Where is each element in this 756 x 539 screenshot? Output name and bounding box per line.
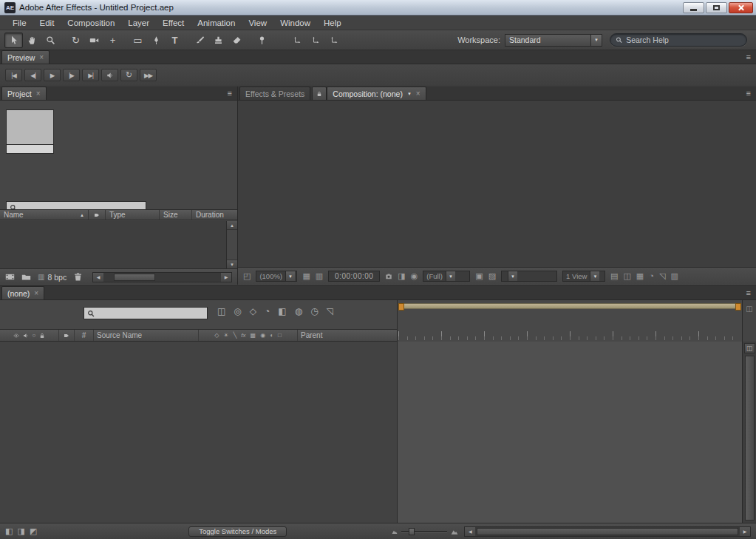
menu-help[interactable]: Help	[317, 18, 348, 27]
menu-window[interactable]: Window	[273, 18, 317, 27]
expand-transfer-controls-icon[interactable]: ◨	[17, 526, 24, 536]
track-area[interactable]	[397, 342, 742, 523]
workspace-dropdown[interactable]: Standard ▼	[505, 34, 602, 47]
zoom-tool-button[interactable]	[41, 33, 60, 48]
brush-tool-button[interactable]	[191, 33, 209, 48]
column-name[interactable]: Name ▲	[0, 210, 89, 220]
frame-blend-switch-icon[interactable]: ▦	[251, 332, 256, 339]
scrollbar-thumb[interactable]	[114, 274, 155, 281]
fast-previews-icon[interactable]: ◫	[623, 272, 630, 280]
scrollbar-track[interactable]	[103, 273, 221, 282]
magnification-dropdown[interactable]: (100%) ▼	[256, 271, 297, 282]
camera-tool-button[interactable]	[85, 33, 103, 48]
menu-edit[interactable]: Edit	[33, 18, 61, 27]
tab-project[interactable]: Project ×	[1, 87, 47, 100]
transparency-grid-icon[interactable]: ▨	[488, 272, 496, 280]
local-axis-mode-button[interactable]	[287, 33, 306, 48]
type-tool-button[interactable]: T	[166, 33, 184, 48]
view-layout-dropdown[interactable]: 1 View ▼	[562, 271, 605, 282]
column-type[interactable]: Type	[106, 210, 160, 220]
work-area-bar[interactable]	[398, 303, 741, 309]
selection-tool-button[interactable]	[4, 33, 23, 48]
auto-keyframe-icon[interactable]: ◷	[310, 306, 318, 316]
scroll-right-icon[interactable]: ▶	[740, 527, 750, 536]
resolution-dropdown-button[interactable]: ▼	[446, 271, 455, 281]
comp-flowchart-icon[interactable]: ◔	[649, 272, 654, 280]
effects-switch-icon[interactable]: fx	[241, 332, 245, 339]
minimize-button[interactable]	[683, 2, 704, 13]
expand-panel-icon[interactable]: ◰	[243, 272, 251, 280]
project-bit-depth-button[interactable]: ▥ 8 bpc	[38, 273, 67, 282]
expand-in-out-icon[interactable]: ◩	[30, 526, 37, 536]
scroll-up-icon[interactable]: ▲	[227, 221, 237, 230]
shy-switch-icon[interactable]: ◇	[214, 332, 219, 339]
delete-item-button[interactable]	[73, 272, 83, 282]
close-tab-icon[interactable]: ×	[36, 90, 41, 98]
help-search-box[interactable]	[610, 33, 747, 47]
show-channel-icon[interactable]: ◉	[411, 272, 418, 280]
timeline-search-box[interactable]	[84, 307, 208, 319]
panel-menu-icon[interactable]: ≡	[746, 52, 751, 61]
interpret-footage-button[interactable]	[5, 272, 15, 282]
first-frame-button[interactable]: |◀	[5, 69, 22, 81]
zoom-in-mountain-icon[interactable]	[451, 528, 458, 535]
close-tab-icon[interactable]: ×	[34, 290, 38, 297]
panel-menu-icon[interactable]: ≡	[228, 89, 232, 98]
close-button[interactable]	[729, 2, 753, 13]
draft-3d-icon[interactable]: ◇	[250, 306, 256, 316]
play-button[interactable]: ▶	[44, 69, 61, 81]
magnification-dropdown-button[interactable]: ▼	[285, 271, 295, 281]
tab-effects-presets[interactable]: Effects & Presets	[239, 87, 310, 100]
column-parent[interactable]: Parent	[298, 330, 397, 341]
comp-marker-bin-icon[interactable]: ◫	[744, 343, 755, 353]
menu-layer[interactable]: Layer	[121, 18, 156, 27]
workspace-dropdown-button[interactable]: ▼	[590, 35, 602, 46]
title-bar[interactable]: AE Adobe After Effects - Untitled Projec…	[0, 0, 756, 16]
graph-editor-icon[interactable]: ◹	[327, 306, 333, 316]
close-tab-icon[interactable]: ×	[39, 54, 44, 61]
quality-switch-icon[interactable]: ╲	[234, 332, 237, 339]
maximize-button[interactable]	[706, 2, 727, 13]
puppet-pin-tool-button[interactable]	[253, 33, 271, 48]
timeline-search-input[interactable]	[97, 309, 204, 318]
hand-tool-button[interactable]	[23, 33, 41, 48]
timeline-button-icon[interactable]: ▦	[636, 272, 644, 280]
collapse-switch-icon[interactable]: ☀	[223, 332, 228, 339]
project-vertical-scrollbar[interactable]: ▲ ▼	[226, 221, 237, 268]
loop-button[interactable]: ↻	[120, 69, 137, 81]
last-frame-button[interactable]: ▶|	[82, 69, 99, 81]
live-update-icon[interactable]: ◎	[234, 306, 241, 316]
resolution-dropdown[interactable]: (Full) ▼	[423, 271, 470, 282]
time-ruler[interactable]	[397, 300, 742, 342]
comp-mini-flowchart-icon[interactable]: ◫	[217, 306, 225, 316]
view-layout-dropdown-button[interactable]: ▼	[590, 271, 599, 281]
timeline-zoom-slider[interactable]	[401, 528, 447, 535]
world-axis-mode-button[interactable]	[306, 33, 324, 48]
column-size[interactable]: Size	[160, 210, 192, 220]
exposure-adjust-icon[interactable]: ▥	[670, 272, 678, 280]
eye-icon[interactable]	[13, 333, 19, 339]
pen-tool-button[interactable]	[147, 33, 166, 48]
tab-timeline-none[interactable]: (none) ×	[1, 286, 44, 299]
pixel-aspect-correction-icon[interactable]: ▤	[610, 272, 618, 280]
zoom-out-mountain-icon[interactable]	[392, 529, 398, 535]
toggle-switches-modes-button[interactable]: Toggle Switches / Modes	[188, 526, 287, 537]
expand-layer-switches-icon[interactable]: ◧	[5, 526, 13, 536]
previous-frame-button[interactable]: ◀|	[24, 69, 41, 81]
clone-stamp-tool-button[interactable]	[209, 33, 228, 48]
timeline-vertical-scrollbar[interactable]: ◫	[742, 342, 756, 523]
timeline-options-icon[interactable]: ◫	[746, 305, 752, 313]
project-horizontal-scrollbar[interactable]: ◀ ▶	[92, 272, 232, 282]
scroll-down-icon[interactable]: ▼	[227, 260, 237, 268]
speaker-icon[interactable]	[23, 333, 29, 339]
column-layer-number[interactable]: #	[75, 330, 94, 341]
scrollbar-thumb[interactable]	[745, 356, 755, 521]
reset-exposure-icon[interactable]: ◹	[659, 272, 665, 280]
panel-menu-icon[interactable]: ≡	[746, 288, 751, 297]
safe-margins-icon[interactable]: ▥	[316, 272, 323, 280]
scroll-left-icon[interactable]: ◀	[465, 527, 475, 536]
close-tab-icon[interactable]: ×	[416, 90, 420, 98]
tab-composition[interactable]: Composition: (none) ▼ ×	[327, 87, 426, 100]
scroll-left-icon[interactable]: ◀	[93, 273, 103, 282]
grid-and-guides-icon[interactable]: ▦	[302, 272, 310, 280]
